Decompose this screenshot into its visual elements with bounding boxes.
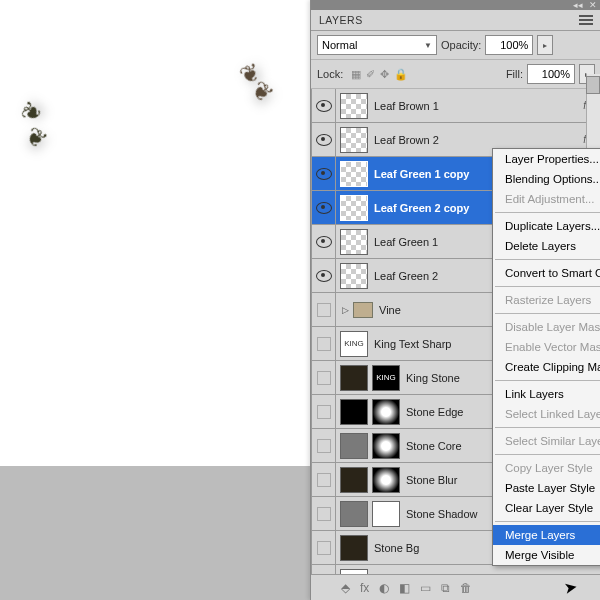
folder-icon [353,302,373,318]
layer-thumbnail[interactable] [372,501,400,527]
lock-label: Lock: [317,68,343,80]
eye-icon [316,168,332,180]
menu-item: Disable Layer Mask [493,317,600,337]
visibility-toggle[interactable] [312,259,336,292]
footer-icon[interactable]: fx [360,581,369,595]
menu-separator [495,521,600,522]
collapse-icon[interactable]: ◂◂ [573,0,583,10]
visibility-toggle[interactable] [312,395,336,428]
menu-item[interactable]: Duplicate Layers... [493,216,600,236]
menu-separator [495,259,600,260]
layer-thumbnail[interactable] [340,229,368,255]
visibility-toggle[interactable] [312,293,336,326]
empty-visibility-icon [317,405,331,419]
visibility-toggle[interactable] [312,463,336,496]
menu-item[interactable]: Clear Layer Style [493,498,600,518]
layer-thumbnail[interactable] [340,127,368,153]
layer-thumbnail[interactable] [340,195,368,221]
layer-thumbnail[interactable]: KING [340,331,368,357]
fill-input[interactable]: 100% [527,64,575,84]
menu-item[interactable]: Link Layers [493,384,600,404]
menu-separator [495,380,600,381]
eye-icon [316,236,332,248]
scrollbar-thumb[interactable] [586,76,600,94]
menu-item[interactable]: Convert to Smart Object [493,263,600,283]
folder-disclosure-icon[interactable]: ▷ [342,305,349,315]
empty-visibility-icon [317,473,331,487]
menu-item: Select Similar Layers [493,431,600,451]
panel-footer: ⬘fx◐◧▭⧉🗑 [311,574,600,600]
menu-item[interactable]: Create Clipping Mask [493,357,600,377]
visibility-toggle[interactable] [312,429,336,462]
menu-item: Copy Layer Style [493,458,600,478]
layer-thumbnail[interactable] [340,501,368,527]
menu-item[interactable]: Merge Visible [493,545,600,565]
footer-icon[interactable]: ◐ [379,581,389,595]
menu-item[interactable]: Merge Layers [493,525,600,545]
footer-icon[interactable]: ⬘ [341,581,350,595]
visibility-toggle[interactable] [312,225,336,258]
opacity-input[interactable]: 100% [485,35,533,55]
fill-label: Fill: [506,68,523,80]
empty-visibility-icon [317,507,331,521]
layer-thumbnail[interactable] [340,433,368,459]
layer-name[interactable]: Leaf Brown 2 [374,134,583,146]
eye-icon [316,202,332,214]
footer-icon[interactable]: ⧉ [441,581,450,595]
blend-mode-row: Normal ▼ Opacity: 100% ▸ [311,31,600,60]
empty-visibility-icon [317,337,331,351]
footer-icon[interactable]: ▭ [420,581,431,595]
visibility-toggle[interactable] [312,531,336,564]
blend-mode-value: Normal [322,39,357,51]
footer-icon[interactable]: 🗑 [460,581,472,595]
eye-icon [316,270,332,282]
menu-separator [495,427,600,428]
layer-thumbnail[interactable] [372,433,400,459]
layer-thumbnail[interactable] [340,263,368,289]
empty-visibility-icon [317,439,331,453]
layer-thumbnail[interactable] [372,399,400,425]
layer-thumbnail[interactable] [340,467,368,493]
menu-item: Enable Vector Mask [493,337,600,357]
layer-thumbnail[interactable]: KING [372,365,400,391]
panel-title[interactable]: LAYERS [319,14,363,26]
lock-all-icon[interactable]: 🔒 [394,68,408,81]
chevron-down-icon: ▼ [424,41,432,50]
layer-row[interactable]: Leaf Brown 1fx▾ [311,89,600,123]
footer-icon[interactable]: ◧ [399,581,410,595]
panel-menu-icon[interactable] [579,15,593,25]
layer-context-menu[interactable]: Layer Properties...Blending Options...Ed… [492,148,600,566]
layer-thumbnail[interactable] [372,467,400,493]
visibility-toggle[interactable] [312,327,336,360]
visibility-toggle[interactable] [312,361,336,394]
layer-name[interactable]: Leaf Brown 1 [374,100,583,112]
menu-item[interactable]: Layer Properties... [493,149,600,169]
visibility-toggle[interactable] [312,497,336,530]
visibility-toggle[interactable] [312,89,336,122]
visibility-toggle[interactable] [312,123,336,156]
menu-item[interactable]: Blending Options... [493,169,600,189]
visibility-toggle[interactable] [312,191,336,224]
layer-thumbnail[interactable] [340,535,368,561]
opacity-stepper[interactable]: ▸ [537,35,553,55]
visibility-toggle[interactable] [312,157,336,190]
layer-thumbnail[interactable] [340,161,368,187]
close-icon[interactable]: ✕ [589,0,597,10]
layer-thumbnail[interactable] [340,365,368,391]
layer-thumbnail[interactable] [340,93,368,119]
lock-position-icon[interactable]: ✥ [380,68,389,81]
empty-visibility-icon [317,371,331,385]
menu-item[interactable]: Delete Layers [493,236,600,256]
menu-separator [495,212,600,213]
lock-row: Lock: ▦ ✐ ✥ 🔒 Fill: 100% ▸ [311,60,600,89]
menu-item: Select Linked Layers [493,404,600,424]
lock-transparent-icon[interactable]: ▦ [351,68,361,81]
menu-item[interactable]: Paste Layer Style [493,478,600,498]
lock-icons[interactable]: ▦ ✐ ✥ 🔒 [351,68,408,81]
menu-separator [495,286,600,287]
eye-icon [316,134,332,146]
blend-mode-select[interactable]: Normal ▼ [317,35,437,55]
layer-thumbnail[interactable] [340,399,368,425]
lock-pixels-icon[interactable]: ✐ [366,68,375,81]
opacity-label: Opacity: [441,39,481,51]
